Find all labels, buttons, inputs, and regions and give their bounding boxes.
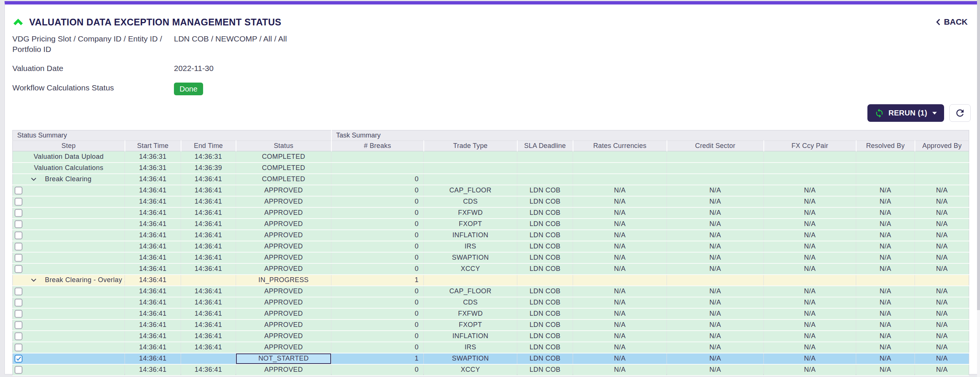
row-checkbox[interactable]	[14, 254, 22, 261]
rerun-button[interactable]: RERUN (1)	[867, 104, 944, 122]
credit-sector-cell: N/A	[667, 297, 764, 308]
refresh-button[interactable]	[949, 104, 970, 122]
table-row[interactable]: Break Clearing14:36:4114:36:41COMPLETED0	[13, 174, 969, 185]
row-checkbox[interactable]	[14, 220, 22, 228]
column-header-sla-deadline[interactable]: SLA Deadline	[517, 141, 573, 151]
table-row[interactable]: 14:36:4114:36:41APPROVED0XCCYLDN COBN/AN…	[13, 263, 969, 275]
scrollbar-thumb[interactable]	[977, 0, 980, 310]
status-cell: APPROVED	[236, 196, 331, 208]
trade-type-cell: INFLATION	[424, 230, 517, 241]
table-row[interactable]: 14:36:4114:36:41APPROVED0SWAPTIONLDN COB…	[13, 252, 969, 263]
chevron-left-icon	[936, 18, 940, 26]
status-cell: APPROVED	[236, 219, 331, 230]
credit-sector-cell: N/A	[667, 364, 764, 375]
table-row[interactable]: 14:36:4114:36:41APPROVED0CDSLDN COBN/AN/…	[13, 196, 969, 208]
breaks-cell: 0	[331, 196, 424, 208]
status-badge: Done	[174, 82, 203, 95]
table-row[interactable]: 14:36:4114:36:41APPROVED0IRSLDN COBN/AN/…	[13, 342, 969, 353]
column-header-credit-sector[interactable]: Credit Sector	[667, 141, 764, 151]
rates-currencies-cell: N/A	[573, 353, 667, 364]
chevron-down-icon[interactable]	[31, 177, 37, 181]
chevron-down-icon[interactable]	[31, 278, 37, 282]
approved-by-cell: N/A	[915, 297, 969, 308]
end-time-cell: 14:36:41	[181, 252, 236, 263]
row-checkbox[interactable]	[14, 187, 22, 194]
credit-sector-cell: N/A	[667, 320, 764, 331]
page-scrollbar[interactable]	[977, 0, 980, 377]
trade-type-cell: CAP_FLOOR	[424, 185, 517, 196]
collapse-chevron-icon[interactable]	[13, 18, 23, 26]
sla-deadline-cell: LDN COB	[517, 185, 573, 196]
start-time-cell: 14:36:41	[125, 185, 181, 196]
table-row[interactable]: 14:36:4114:36:41APPROVED0FXFWDLDN COBN/A…	[13, 208, 969, 219]
table-row[interactable]: 14:36:4114:36:41APPROVED0INFLATIONLDN CO…	[13, 331, 969, 342]
fx-ccy-pair-cell	[764, 275, 856, 286]
column-header-trade-type[interactable]: Trade Type	[424, 141, 517, 151]
credit-sector-cell: N/A	[667, 353, 764, 364]
column-header-start-time[interactable]: Start Time	[125, 141, 181, 151]
table-row[interactable]: Valuation Data Upload14:36:3114:36:31COM…	[13, 151, 969, 163]
step-cell	[13, 297, 125, 308]
step-cell: Valuation Calculations	[13, 163, 125, 174]
info-label: Workflow Calculations Status	[12, 82, 174, 93]
info-value: LDN COB / NEWCOMP / All / All	[174, 33, 287, 44]
table-row[interactable]: 14:36:4114:36:41APPROVED0INFLATIONLDN CO…	[13, 230, 969, 241]
row-checkbox[interactable]	[14, 299, 22, 306]
table-row[interactable]: 14:36:4114:36:41APPROVED0XCCYLDN COBN/AN…	[13, 364, 969, 375]
row-checkbox[interactable]	[14, 242, 22, 250]
column-header-fx-ccy-pair[interactable]: FX Ccy Pair	[764, 141, 856, 151]
trade-type-cell: IRS	[424, 342, 517, 353]
column-header--breaks[interactable]: # Breaks	[331, 141, 424, 151]
rates-currencies-cell: N/A	[573, 230, 667, 241]
row-checkbox[interactable]	[14, 198, 22, 206]
status-grid: Status SummaryTask Summary StepStart Tim…	[12, 130, 970, 376]
table-row[interactable]: 14:36:4114:36:41APPROVED0FXOPTLDN COBN/A…	[13, 320, 969, 331]
row-checkbox[interactable]	[14, 344, 22, 351]
fx-ccy-pair-cell	[764, 174, 856, 185]
end-time-cell: 14:36:41	[181, 286, 236, 297]
trade-type-cell: IRS	[424, 241, 517, 252]
table-row[interactable]: 14:36:4114:36:41APPROVED0IRSLDN COBN/AN/…	[13, 241, 969, 252]
table-row[interactable]: 14:36:4114:36:41APPROVED0FXOPTLDN COBN/A…	[13, 219, 969, 230]
sla-deadline-cell	[517, 275, 573, 286]
row-checkbox-checked[interactable]	[14, 355, 22, 363]
column-header-step[interactable]: Step	[13, 141, 125, 151]
row-checkbox[interactable]	[14, 265, 22, 273]
end-time-cell: 14:36:41	[181, 263, 236, 275]
approved-by-cell: N/A	[915, 308, 969, 320]
approved-by-cell: N/A	[915, 252, 969, 263]
rates-currencies-cell: N/A	[573, 196, 667, 208]
row-checkbox[interactable]	[14, 332, 22, 340]
fx-ccy-pair-cell: N/A	[764, 308, 856, 320]
table-row[interactable]: Valuation Calculations14:36:3114:36:39CO…	[13, 163, 969, 174]
table-row[interactable]: 14:36:4114:36:41APPROVED0CDSLDN COBN/AN/…	[13, 297, 969, 308]
table-row[interactable]: Break Clearing - Overlay 214:36:41IN_PRO…	[13, 275, 969, 286]
approved-by-cell: N/A	[915, 342, 969, 353]
table-row[interactable]: 14:36:4114:36:41APPROVED0CAP_FLOORLDN CO…	[13, 185, 969, 196]
trade-type-cell: INFLATION	[424, 331, 517, 342]
column-header-resolved-by[interactable]: Resolved By	[856, 141, 915, 151]
row-checkbox[interactable]	[14, 209, 22, 217]
resolved-by-cell: N/A	[856, 252, 915, 263]
row-checkbox[interactable]	[14, 321, 22, 329]
credit-sector-cell: N/A	[667, 185, 764, 196]
trade-type-cell: CDS	[424, 196, 517, 208]
fx-ccy-pair-cell: N/A	[764, 342, 856, 353]
start-time-cell: 14:36:41	[125, 241, 181, 252]
row-checkbox[interactable]	[14, 287, 22, 295]
table-row[interactable]: 14:36:4114:36:41APPROVED0CAP_FLOORLDN CO…	[13, 286, 969, 297]
fx-ccy-pair-cell: N/A	[764, 353, 856, 364]
row-checkbox[interactable]	[14, 310, 22, 318]
row-checkbox[interactable]	[14, 366, 22, 374]
column-header-approved-by[interactable]: Approved By	[915, 141, 969, 151]
column-header-rates-currencies[interactable]: Rates Currencies	[573, 141, 667, 151]
table-row[interactable]: 14:36:41NOT_STARTED1SWAPTIONLDN COBN/AN/…	[13, 353, 969, 364]
row-checkbox[interactable]	[14, 231, 22, 239]
column-header-status[interactable]: Status	[236, 141, 331, 151]
column-header-end-time[interactable]: End Time	[181, 141, 236, 151]
rates-currencies-cell	[573, 174, 667, 185]
rates-currencies-cell: N/A	[573, 286, 667, 297]
start-time-cell: 14:36:41	[125, 230, 181, 241]
table-row[interactable]: 14:36:4114:36:41APPROVED0FXFWDLDN COBN/A…	[13, 308, 969, 320]
back-link[interactable]: BACK	[936, 17, 968, 27]
